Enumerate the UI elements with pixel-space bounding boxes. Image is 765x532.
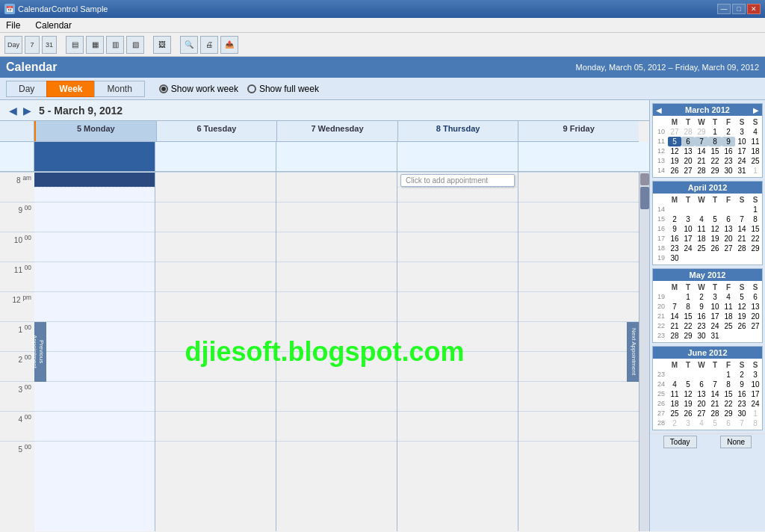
mini-cal-day[interactable]: 29 bbox=[722, 409, 735, 418]
thursday-3[interactable] bbox=[397, 381, 518, 411]
mini-cal-day[interactable]: 18 bbox=[722, 312, 735, 321]
work-week-radio[interactable] bbox=[159, 84, 168, 93]
mini-cal-day[interactable]: 28 bbox=[708, 409, 722, 418]
mini-cal-day[interactable]: 12 bbox=[668, 146, 681, 156]
mini-cal-day[interactable]: 21 bbox=[735, 234, 749, 244]
mini-cal-day[interactable]: 3 bbox=[735, 127, 749, 137]
mini-cal-day[interactable]: 5 bbox=[735, 292, 749, 302]
mini-cal-day[interactable]: 3 bbox=[681, 214, 695, 224]
mini-cal-day[interactable]: 16 bbox=[735, 389, 749, 399]
monday-10[interactable] bbox=[34, 232, 155, 262]
mini-cal-day[interactable]: 3 bbox=[708, 292, 722, 302]
mini-cal-day[interactable]: 1 bbox=[722, 370, 735, 380]
mini-cal-day[interactable]: 15 bbox=[708, 146, 722, 156]
minimize-button[interactable]: — bbox=[717, 4, 731, 14]
mini-cal-day[interactable]: 2 bbox=[695, 292, 708, 302]
mini-cal-day[interactable]: 16 bbox=[695, 312, 708, 321]
click-to-add-appointment[interactable]: Click to add appointment bbox=[400, 174, 515, 187]
thursday-5[interactable] bbox=[397, 441, 518, 471]
mini-cal-next-btn[interactable]: ▶ bbox=[753, 106, 759, 114]
mini-cal-day[interactable]: 26 bbox=[735, 321, 749, 331]
toolbar-day[interactable]: Day bbox=[4, 36, 22, 54]
mini-cal-day[interactable]: 4 bbox=[695, 214, 708, 224]
toolbar-view1[interactable]: ▤ bbox=[66, 36, 84, 54]
wednesday-8[interactable] bbox=[276, 172, 397, 202]
prev-period-button[interactable]: ◀ bbox=[6, 105, 20, 117]
mini-cal-prev-btn[interactable]: ◀ bbox=[656, 106, 662, 114]
mini-cal-day[interactable]: 9 bbox=[695, 302, 708, 312]
monday-12[interactable] bbox=[34, 291, 155, 321]
allday-cell-monday[interactable] bbox=[34, 142, 155, 171]
mini-cal-day[interactable]: 14 bbox=[668, 312, 681, 321]
toolbar-month[interactable]: 31 bbox=[42, 36, 57, 54]
mini-cal-day[interactable]: 17 bbox=[681, 234, 695, 244]
mini-cal-day[interactable]: 20 bbox=[749, 312, 762, 321]
thursday-11[interactable] bbox=[397, 262, 518, 291]
mini-cal-day[interactable]: 11 bbox=[695, 224, 708, 234]
day-header-monday[interactable]: 5 Monday bbox=[34, 121, 157, 141]
mini-cal-day[interactable]: 7 bbox=[708, 380, 722, 389]
mini-cal-day[interactable]: 6 bbox=[749, 292, 762, 302]
day-header-wednesday[interactable]: 7 Wednesday bbox=[277, 121, 398, 141]
full-week-radio[interactable] bbox=[247, 84, 256, 93]
tab-day[interactable]: Day bbox=[6, 81, 47, 97]
mini-cal-day[interactable]: 15 bbox=[722, 389, 735, 399]
mini-cal-day[interactable]: 20 bbox=[722, 234, 735, 244]
mini-cal-day[interactable]: 18 bbox=[749, 146, 762, 156]
mini-cal-day[interactable]: 23 bbox=[695, 321, 708, 331]
tuesday-9[interactable] bbox=[155, 202, 276, 232]
toolbar-search[interactable]: 🔍 bbox=[180, 36, 198, 54]
mini-cal-day[interactable]: 6 bbox=[695, 380, 708, 389]
mini-cal-day[interactable]: 4 bbox=[749, 127, 762, 137]
mini-cal-day[interactable]: 29 bbox=[708, 166, 722, 176]
mini-cal-day[interactable]: 17 bbox=[708, 312, 722, 321]
next-appointment-button[interactable]: Next Appointment bbox=[627, 322, 639, 382]
mini-cal-day[interactable]: 26 bbox=[708, 244, 722, 253]
toolbar-img[interactable]: 🖼 bbox=[153, 36, 171, 54]
mini-cal-day[interactable]: 8 bbox=[722, 380, 735, 389]
tuesday-11[interactable] bbox=[155, 262, 276, 291]
friday-9[interactable] bbox=[518, 202, 639, 232]
mini-cal-day[interactable]: 7 bbox=[668, 302, 681, 312]
wednesday-1[interactable] bbox=[276, 321, 397, 351]
toolbar-view4[interactable]: ▧ bbox=[126, 36, 144, 54]
allday-cell-thursday[interactable] bbox=[397, 142, 518, 171]
wednesday-2[interactable] bbox=[276, 351, 397, 381]
mini-cal-day[interactable]: 10 bbox=[749, 380, 762, 389]
today-button[interactable]: Today bbox=[663, 436, 697, 448]
monday-4[interactable] bbox=[34, 411, 155, 441]
mini-cal-day[interactable]: 14 bbox=[695, 146, 708, 156]
friday-11[interactable] bbox=[518, 262, 639, 291]
monday-8-30[interactable] bbox=[34, 187, 155, 202]
day-col-friday[interactable] bbox=[518, 172, 639, 531]
mini-cal-day[interactable]: 18 bbox=[668, 399, 681, 409]
friday-4[interactable] bbox=[518, 411, 639, 441]
close-button[interactable]: ✕ bbox=[747, 4, 761, 14]
mini-cal-day[interactable]: 16 bbox=[722, 146, 735, 156]
day-header-friday[interactable]: 9 Friday bbox=[518, 121, 639, 141]
day-col-thursday[interactable]: Click to add appointment bbox=[397, 172, 518, 531]
day-header-tuesday[interactable]: 6 Tuesday bbox=[157, 121, 278, 141]
show-work-week-option[interactable]: Show work week bbox=[159, 84, 238, 94]
mini-cal-day[interactable]: 25 bbox=[668, 409, 681, 418]
mini-cal-day[interactable]: 3 bbox=[749, 370, 762, 380]
mini-cal-day[interactable]: 4 bbox=[668, 380, 681, 389]
mini-cal-day[interactable]: 28 bbox=[735, 244, 749, 253]
allday-cell-tuesday[interactable] bbox=[155, 142, 276, 171]
mini-cal-day[interactable]: 20 bbox=[681, 156, 695, 166]
thursday-1[interactable] bbox=[397, 321, 518, 351]
monday-1[interactable] bbox=[34, 321, 155, 351]
mini-cal-day[interactable]: 30 bbox=[722, 166, 735, 176]
tuesday-4[interactable] bbox=[155, 411, 276, 441]
mini-cal-day[interactable]: 24 bbox=[708, 321, 722, 331]
mini-cal-day[interactable]: 6 bbox=[681, 137, 695, 146]
day-col-monday[interactable] bbox=[34, 172, 155, 531]
mini-cal-day[interactable]: 27 bbox=[722, 244, 735, 253]
mini-cal-day[interactable]: 18 bbox=[695, 234, 708, 244]
mini-cal-day[interactable]: 30 bbox=[668, 253, 681, 263]
mini-cal-day[interactable]: 21 bbox=[695, 156, 708, 166]
mini-cal-day[interactable]: 30 bbox=[735, 409, 749, 418]
mini-cal-day[interactable]: 2 bbox=[735, 370, 749, 380]
wednesday-3[interactable] bbox=[276, 381, 397, 411]
toolbar-week[interactable]: 7 bbox=[25, 36, 40, 54]
